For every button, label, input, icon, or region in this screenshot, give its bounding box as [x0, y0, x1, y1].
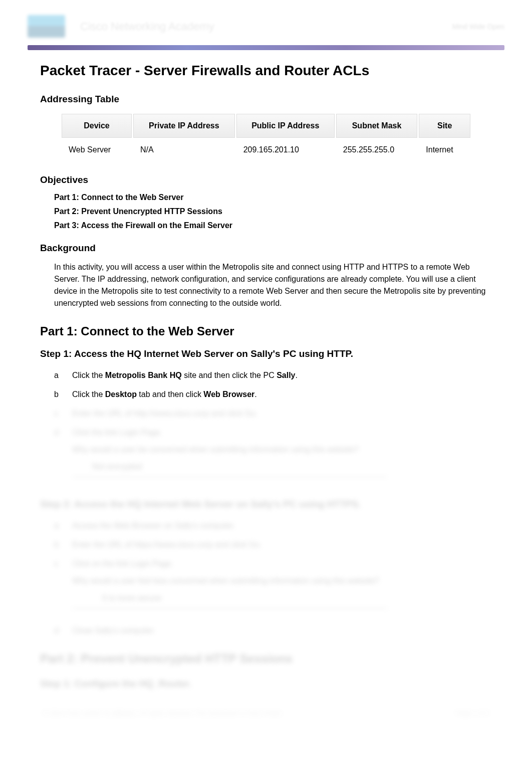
step-question: Why would a user feel less concerned whe… — [72, 575, 492, 587]
step-content: Close Sally's computer. — [72, 625, 492, 637]
step-item: a Click the Metropolis Bank HQ site and … — [54, 369, 492, 381]
step-bold: Sally — [277, 371, 295, 379]
step-item: b Click the Desktop tab and then click W… — [54, 388, 492, 401]
step-text: Click the — [72, 390, 105, 399]
header-left: Cisco Networking Academy — [28, 15, 214, 38]
page-footer: © 2014 Cisco and/or its affiliates. All … — [40, 709, 492, 717]
step-text: Click the — [72, 371, 105, 379]
background-text: In this activity, you will access a user… — [40, 261, 492, 309]
cell-site: Internet — [419, 139, 470, 160]
objectives-list: Part 1: Connect to the Web Server Part 2… — [40, 193, 492, 230]
step-bold: Metropolis Bank HQ — [105, 371, 182, 379]
step1-list: a Click the Metropolis Bank HQ site and … — [40, 369, 492, 486]
step-text: tab and then click — [137, 390, 203, 399]
step-letter: b — [54, 388, 62, 401]
header-divider-bar — [28, 45, 504, 50]
col-site: Site — [419, 114, 470, 138]
addressing-heading: Addressing Table — [40, 94, 492, 105]
step-text: . — [254, 390, 256, 399]
step-item: d Click the link Login Page. Why would a… — [54, 427, 492, 486]
step2-heading: Step 2: Access the HQ Internet Web Serve… — [40, 499, 492, 510]
step-question: Why would a user be concerned when submi… — [72, 444, 492, 456]
step-letter: d — [54, 625, 62, 637]
step-text: . — [296, 371, 298, 379]
page-header: Cisco Networking Academy Mind Wide Open — [0, 0, 532, 45]
step1-heading: Step 1: Access the HQ Internet Web Serve… — [40, 348, 492, 359]
col-subnet-mask: Subnet Mask — [336, 114, 418, 138]
step-letter: a — [54, 520, 62, 532]
col-device: Device — [62, 114, 132, 138]
col-private-ip: Private IP Address — [133, 114, 235, 138]
footer-copyright: © 2014 Cisco and/or its affiliates. All … — [43, 709, 284, 717]
document-content: Packet Tracer - Server Firewalls and Rou… — [0, 50, 532, 737]
objective-item: Part 3: Access the Firewall on the Email… — [54, 221, 492, 230]
objective-item: Part 2: Prevent Unencrypted HTTP Session… — [54, 207, 492, 216]
part2-heading: Part 2: Prevent Unencrypted HTTP Session… — [40, 652, 492, 666]
cell-private: N/A — [133, 139, 235, 160]
objectives-heading: Objectives — [40, 174, 492, 185]
addressing-table-wrap: Device Private IP Address Public IP Addr… — [40, 112, 492, 162]
footer-page-number: Page 1 of 2 — [456, 709, 490, 717]
step-letter: b — [54, 539, 62, 551]
step2-list: a Access the Web Browser on Sally's comp… — [40, 520, 492, 637]
step1b-heading: Step 1: Configure the HQ_Router. — [40, 678, 492, 689]
addressing-table: Device Private IP Address Public IP Addr… — [60, 112, 472, 162]
step-content: Enter the URL of http://www.cisco.corp a… — [72, 408, 492, 420]
step-content: Enter the URL of https://www.cisco.corp … — [72, 539, 492, 551]
cell-device: Web Server — [62, 139, 132, 160]
table-row: Web Server N/A 209.165.201.10 255.255.25… — [62, 139, 470, 160]
step-letter: c — [54, 558, 62, 618]
answer-line — [72, 608, 387, 609]
step-letter: a — [54, 369, 62, 381]
col-public-ip: Public IP Address — [236, 114, 335, 138]
blurred-content: c Enter the URL of http://www.cisco.corp… — [54, 408, 492, 486]
academy-title: Cisco Networking Academy — [80, 20, 214, 33]
step-item: b Enter the URL of https://www.cisco.cor… — [54, 539, 492, 551]
step-item: c Enter the URL of http://www.cisco.corp… — [54, 408, 492, 420]
part1-heading: Part 1: Connect to the Web Server — [40, 324, 492, 338]
step-item: d Close Sally's computer. — [54, 625, 492, 637]
step-letter: d — [54, 427, 62, 486]
step-content: Click on the link Login Page. Why would … — [72, 558, 492, 618]
step-item: a Access the Web Browser on Sally's comp… — [54, 520, 492, 532]
step-letter: c — [54, 408, 62, 420]
blurred-content: Step 2: Access the HQ Internet Web Serve… — [40, 499, 492, 717]
step-bold: Desktop — [105, 390, 137, 399]
mind-wide-open: Mind Wide Open — [452, 23, 504, 31]
objective-item: Part 1: Connect to the Web Server — [54, 193, 492, 202]
step-item: c Click on the link Login Page. Why woul… — [54, 558, 492, 618]
step-content: Click the Metropolis Bank HQ site and th… — [72, 369, 492, 381]
page-title: Packet Tracer - Server Firewalls and Rou… — [40, 63, 492, 79]
step-answer: It is more secure — [102, 592, 492, 604]
step-content: Click the Desktop tab and then click Web… — [72, 388, 492, 401]
cell-public: 209.165.201.10 — [236, 139, 335, 160]
step-text: Click the link Login Page. — [72, 427, 492, 439]
step-content: Access the Web Browser on Sally's comput… — [72, 520, 492, 532]
step-bold: Web Browser — [203, 390, 254, 399]
background-heading: Background — [40, 243, 492, 254]
step-text: Click on the link Login Page. — [72, 558, 492, 570]
table-header-row: Device Private IP Address Public IP Addr… — [62, 114, 470, 138]
step-text: site and then click the PC — [182, 371, 277, 379]
answer-line — [72, 477, 387, 477]
step-answer: Not encrypted — [92, 461, 492, 473]
cisco-logo — [28, 15, 65, 38]
step-content: Click the link Login Page. Why would a u… — [72, 427, 492, 486]
cell-mask: 255.255.255.0 — [336, 139, 418, 160]
